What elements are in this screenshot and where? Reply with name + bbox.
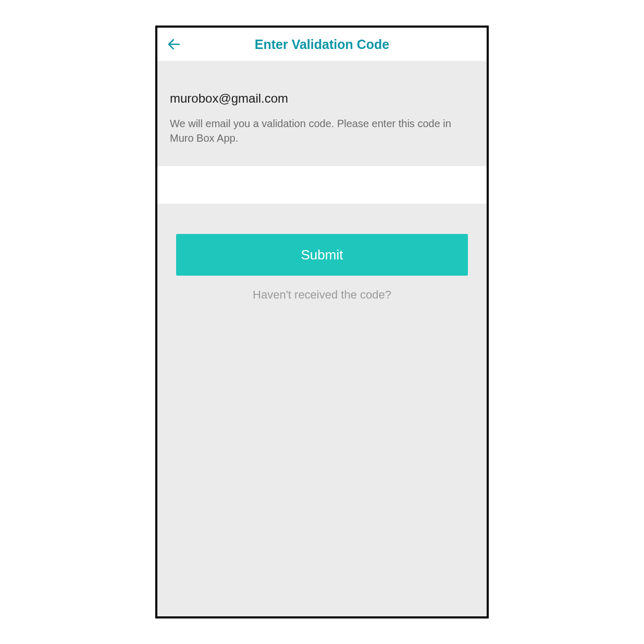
resend-code-link[interactable]: Haven't received the code? (253, 288, 391, 302)
back-button[interactable] (164, 34, 184, 55)
instruction-text: We will email you a validation code. Ple… (170, 116, 474, 145)
action-section: Submit Haven't received the code? (157, 204, 487, 302)
arrow-left-icon (166, 36, 182, 52)
validation-code-input[interactable] (170, 166, 474, 204)
submit-button[interactable]: Submit (176, 234, 468, 276)
page-title: Enter Validation Code (166, 37, 478, 52)
info-section: murobox@gmail.com We will email you a va… (157, 61, 487, 166)
email-display: murobox@gmail.com (170, 91, 474, 106)
header-bar: Enter Validation Code (157, 28, 487, 61)
app-frame: Enter Validation Code murobox@gmail.com … (155, 26, 489, 618)
code-input-section (157, 166, 487, 204)
